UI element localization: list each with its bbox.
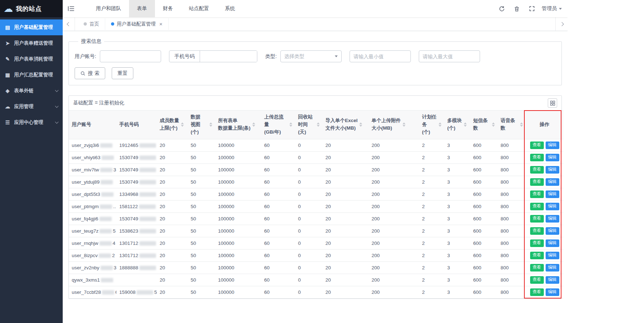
sort-descending-icon[interactable] [520,125,523,127]
value-cell: 800 [498,237,526,249]
trash-icon[interactable] [511,3,522,14]
view-button[interactable]: 查看 [530,142,544,149]
sort-descending-icon[interactable] [464,125,467,127]
view-button[interactable]: 查看 [530,166,544,174]
page-tab[interactable]: 首页 [78,18,105,30]
account-cell: user_vhiyti63 [69,151,116,163]
edit-button[interactable]: 编辑 [546,142,559,149]
refresh-icon[interactable] [496,3,507,14]
edit-button[interactable]: 编辑 [546,190,559,198]
view-button[interactable]: 查看 [530,252,544,259]
edit-button[interactable]: 编辑 [546,252,559,259]
sort-ascending-icon[interactable] [317,122,320,124]
topnav-item[interactable]: 财务 [155,0,181,17]
value-cell: 50 [188,274,215,286]
sidebar-item[interactable]: ☰应用中心管理 [0,115,63,130]
value-cell: 600 [470,200,498,212]
sidebar-item[interactable]: ◈表单外链 [0,83,63,99]
view-button[interactable]: 查看 [530,215,544,223]
collapse-sidebar-icon[interactable] [63,0,79,17]
view-button[interactable]: 查看 [530,154,544,161]
topnav-item[interactable]: 用户和团队 [88,0,129,17]
sort-ascending-icon[interactable] [492,122,495,124]
masked-text [139,156,156,160]
value-cell: 3 [444,274,470,286]
view-button[interactable]: 查看 [530,288,544,296]
tabs-scroll-left-button[interactable] [63,17,75,31]
value-cell: 60 [261,139,295,151]
sort-descending-icon[interactable] [359,125,362,127]
sidebar-item[interactable]: ☁应用管理 [0,99,63,115]
min-value-input[interactable] [350,50,411,62]
phone-cell: 1581122 [116,200,157,212]
column-header: 语音条数 [498,111,526,139]
sort-descending-icon[interactable] [181,125,184,127]
sort-ascending-icon[interactable] [209,122,212,124]
sort-ascending-icon[interactable] [359,122,362,124]
sort-descending-icon[interactable] [289,125,292,127]
view-button[interactable]: 查看 [530,239,544,247]
edit-button[interactable]: 编辑 [546,227,559,235]
value-cell: 3 [444,139,470,151]
sort-icons [520,122,523,127]
edit-button[interactable]: 编辑 [546,215,559,223]
fullscreen-icon[interactable] [527,3,537,14]
column-settings-icon[interactable] [548,98,557,108]
topnav-item[interactable]: 系统 [217,0,243,17]
value-cell: 20 [323,286,369,298]
edit-button[interactable]: 编辑 [546,276,559,284]
sort-descending-icon[interactable] [252,125,255,127]
sort-descending-icon[interactable] [403,125,405,127]
sidebar-item[interactable]: ▦用户汇总配置管理 [0,67,63,83]
sort-descending-icon[interactable] [317,125,320,127]
sort-ascending-icon[interactable] [520,122,523,124]
search-button-label: 搜 索 [88,70,99,77]
max-value-input[interactable] [419,50,480,62]
topnav-item[interactable]: 表单 [129,0,155,17]
phone-input[interactable] [200,51,257,62]
edit-button[interactable]: 编辑 [546,239,559,247]
view-button[interactable]: 查看 [530,178,544,186]
account-input[interactable] [100,50,161,62]
sort-ascending-icon[interactable] [252,122,255,124]
sort-ascending-icon[interactable] [181,122,184,124]
sort-descending-icon[interactable] [439,125,441,127]
view-button[interactable]: 查看 [530,190,544,198]
sort-descending-icon[interactable] [492,125,495,127]
account-cell: user_rnqhjw4 [69,237,116,249]
view-button[interactable]: 查看 [530,264,544,272]
edit-button[interactable]: 编辑 [546,203,559,210]
close-icon[interactable]: × [159,21,163,27]
view-button[interactable]: 查看 [530,276,544,284]
search-button[interactable]: 搜 索 [75,67,105,79]
page-tab[interactable]: 用户基础配置管理× [105,18,169,30]
admin-dropdown[interactable]: 管理员 [542,5,562,12]
sort-icons [464,122,467,127]
sort-ascending-icon[interactable] [439,122,441,124]
chevron-down-icon [55,104,59,108]
sort-ascending-icon[interactable] [403,122,405,124]
sort-ascending-icon[interactable] [289,122,292,124]
value-cell: 20 [157,139,188,151]
edit-button[interactable]: 编辑 [546,178,559,186]
value-cell: 100000 [215,261,261,274]
type-select[interactable]: 选择类型 [280,50,342,62]
sidebar-item[interactable]: ▤用户基础配置管理 [0,19,63,35]
view-button[interactable]: 查看 [530,203,544,210]
value-cell: 60 [261,212,295,225]
value-cell: 600 [470,274,498,286]
search-fields-row: 用户账号: 手机号码 类型: 选择类型 [75,50,556,62]
edit-button[interactable]: 编辑 [546,154,559,161]
sort-ascending-icon[interactable] [464,122,467,124]
value-cell: 20 [157,151,188,163]
sidebar-item[interactable]: ➤用户表单赠送管理 [0,35,63,51]
sort-descending-icon[interactable] [209,125,212,127]
edit-button[interactable]: 编辑 [546,166,559,174]
edit-button[interactable]: 编辑 [546,264,559,272]
sidebar-item[interactable]: ✎用户表单消耗管理 [0,51,63,67]
topnav-item[interactable]: 站点配置 [181,0,217,17]
reset-button[interactable]: 重置 [112,67,133,79]
edit-button[interactable]: 编辑 [546,288,559,296]
tabs-scroll-right-button[interactable] [555,17,568,31]
view-button[interactable]: 查看 [530,227,544,235]
